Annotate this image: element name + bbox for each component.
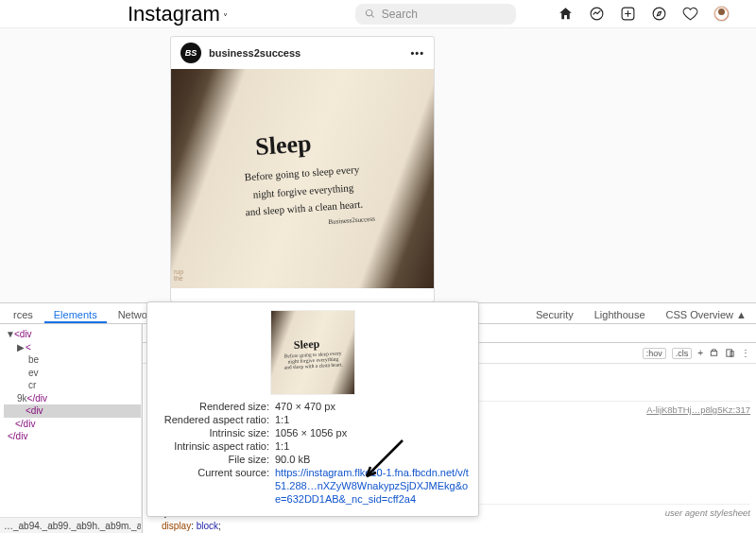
image-edge-text: rupthe — [174, 268, 183, 283]
dom-tree[interactable]: ▼<div ▶< be ev cr 9k</div <div </div </d… — [0, 324, 142, 533]
feed-area: BS business2success ••• Sleep Before goi… — [0, 28, 756, 302]
new-post-icon[interactable] — [620, 6, 636, 22]
source-link[interactable]: A-lijK8bTHj…p8lg5Kz:317 — [646, 404, 750, 415]
post-image[interactable]: Sleep Before going to sleep every night … — [171, 69, 434, 288]
tooltip-label: Current source: — [157, 467, 275, 506]
svg-rect-3 — [711, 352, 716, 356]
post-username[interactable]: business2success — [209, 47, 301, 59]
nav-icons — [558, 6, 730, 22]
messenger-icon[interactable] — [589, 6, 605, 22]
tooltip-source-url[interactable]: https://instagram.flko10-1.fna.fbcdn.net… — [275, 467, 469, 506]
activity-icon[interactable] — [682, 6, 698, 22]
tooltip-label: Rendered size: — [157, 401, 275, 412]
home-icon[interactable] — [558, 6, 574, 22]
device-icon[interactable] — [725, 348, 735, 358]
tooltip-value: 90.0 kB — [275, 454, 469, 465]
tooltip-value: 1:1 — [275, 440, 469, 452]
dom-selected-node[interactable]: <div — [4, 404, 141, 418]
user-agent-label: user agent stylesheet — [665, 507, 750, 520]
explore-icon[interactable] — [651, 6, 667, 22]
svg-point-2 — [653, 8, 665, 20]
print-media-icon[interactable] — [709, 348, 719, 358]
expand-icon[interactable]: ⋮ — [741, 348, 750, 358]
hov-toggle[interactable]: :hov — [643, 348, 666, 359]
tab-elements[interactable]: Elements — [44, 306, 107, 323]
tooltip-label: File size: — [157, 454, 275, 465]
tooltip-label: Intrinsic aspect ratio: — [157, 440, 275, 452]
tab-css-overview[interactable]: CSS Overview ▲ — [657, 306, 756, 323]
image-text-credit: Business2success — [328, 215, 375, 226]
search-icon — [365, 9, 375, 19]
tooltip-label: Rendered aspect ratio: — [157, 414, 275, 425]
tab-sources[interactable]: rces — [4, 306, 43, 323]
search-placeholder: Search — [382, 8, 418, 21]
tooltip-thumbnail: Sleep Before going to sleep every night … — [270, 310, 355, 395]
more-icon[interactable]: ••• — [410, 47, 424, 59]
tooltip-value: 470 × 470 px — [275, 401, 469, 412]
instagram-logo[interactable]: Instagram˅ — [128, 2, 228, 26]
image-inspector-tooltip: Sleep Before going to sleep every night … — [146, 301, 479, 517]
profile-avatar[interactable] — [713, 6, 730, 22]
dom-breadcrumb[interactable]: …_ab94._ab99._ab9h._ab9m._ab9p… — [0, 517, 141, 533]
post-card: BS business2success ••• Sleep Before goi… — [170, 36, 435, 302]
tooltip-value: 1:1 — [275, 414, 469, 425]
tooltip-label: Intrinsic size: — [157, 427, 275, 438]
post-header: BS business2success ••• — [171, 37, 434, 69]
instagram-topbar: Instagram˅ Search — [0, 0, 756, 28]
tab-lighthouse[interactable]: Lighthouse — [585, 306, 655, 323]
new-style-icon[interactable]: + — [697, 348, 703, 358]
tab-security[interactable]: Security — [526, 306, 583, 323]
post-avatar[interactable]: BS — [180, 43, 201, 63]
search-input[interactable]: Search — [355, 4, 516, 25]
chevron-down-icon[interactable]: ˅ — [223, 12, 228, 23]
svg-rect-4 — [727, 350, 732, 356]
tooltip-value: 1056 × 1056 px — [275, 427, 469, 438]
cls-toggle[interactable]: .cls — [672, 348, 693, 359]
image-text-title: Sleep — [255, 129, 313, 162]
